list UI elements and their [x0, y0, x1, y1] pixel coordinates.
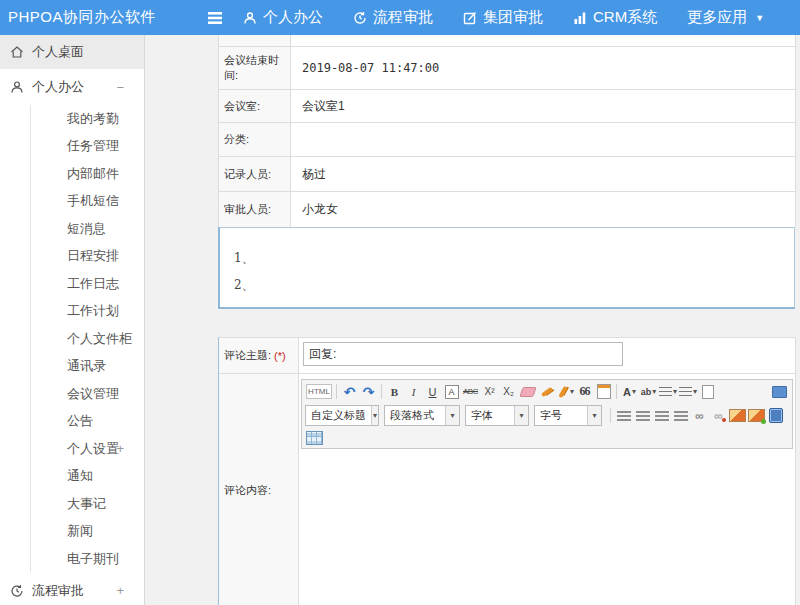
sidebar-item-workflow-approval[interactable]: 流程审批 +	[0, 573, 144, 605]
note-line: 1、	[234, 250, 794, 267]
table-row-meeting-room: 会议室: 会议室1	[219, 90, 795, 123]
sidebar-item-schedule[interactable]: 日程安排	[0, 243, 144, 271]
sidebar-item-announcement[interactable]: 公告	[0, 408, 144, 436]
italic-button[interactable]: I	[405, 383, 422, 400]
row-label-cell	[219, 35, 291, 46]
sidebar-item-personal-settings[interactable]: 个人设置+	[0, 435, 144, 463]
auto-typeset-button[interactable]	[538, 383, 555, 400]
home-icon	[10, 45, 24, 59]
align-right-button[interactable]	[653, 407, 670, 424]
nav-item-personal-office[interactable]: 个人办公	[228, 0, 338, 35]
caret-down-icon: ▾	[570, 387, 574, 396]
font-color-button[interactable]: A▾	[621, 383, 638, 400]
history-clock-icon	[353, 11, 367, 25]
dropdown-value: 段落格式	[385, 408, 439, 423]
caret-down-icon: ▾	[587, 406, 601, 425]
align-justify-button[interactable]	[672, 407, 689, 424]
format-eraser-button[interactable]	[519, 383, 536, 400]
app-logo: PHPOA协同办公软件	[0, 8, 190, 27]
underline-button[interactable]: U	[424, 383, 441, 400]
hamburger-menu-icon[interactable]	[202, 11, 228, 25]
meeting-notes-box: 1、 2、	[218, 227, 795, 309]
char-border-button[interactable]: A	[443, 383, 460, 400]
paste-from-word-button[interactable]	[595, 383, 612, 400]
undo-icon[interactable]: ↶	[341, 383, 358, 400]
insert-table-button[interactable]	[306, 430, 323, 447]
sidebar-item-personal-desktop[interactable]: 个人桌面	[0, 35, 144, 69]
sidebar-item-mobile-sms[interactable]: 手机短信	[0, 188, 144, 216]
collapse-toggle[interactable]: −	[116, 80, 124, 95]
highlight-glyph: ab	[641, 387, 652, 397]
align-center-button[interactable]	[634, 407, 651, 424]
nav-label: 集团审批	[483, 8, 543, 27]
redo-icon[interactable]: ↷	[360, 383, 377, 400]
caret-down-icon: ▾	[514, 406, 528, 425]
sidebar-item-task-management[interactable]: 任务管理	[0, 133, 144, 161]
expand-toggle[interactable]: +	[116, 441, 124, 456]
subscript-button[interactable]: X₂	[500, 383, 517, 400]
row-value: 会议室1	[291, 90, 795, 122]
paragraph-format-dropdown[interactable]: 段落格式▾	[384, 405, 460, 426]
comment-subject-label-cell: 评论主题: (*)	[219, 338, 299, 373]
sidebar-item-short-message[interactable]: 短消息	[0, 215, 144, 243]
row-label: 记录人员:	[219, 157, 291, 191]
ordered-list-button[interactable]: ▾	[659, 383, 677, 400]
sidebar-item-personal-files[interactable]: 个人文件柜	[0, 325, 144, 353]
note-line: 2、	[234, 277, 794, 294]
sidebar-label: 手机短信	[67, 192, 119, 210]
dropdown-value: 字体	[466, 408, 498, 423]
sidebar-label: 任务管理	[67, 137, 119, 155]
toolbar-separator	[336, 384, 337, 399]
main-content: 会议结束时间: 2019-08-07 11:47:00 会议室: 会议室1 分类…	[145, 35, 800, 605]
sidebar-item-personal-office[interactable]: 个人办公 −	[0, 69, 144, 105]
history-clock-icon	[10, 584, 24, 598]
sidebar-item-work-plan[interactable]: 工作计划	[0, 298, 144, 326]
caret-down-icon: ▼	[755, 13, 764, 23]
nav-item-workflow-approval[interactable]: 流程审批	[338, 0, 448, 35]
font-size-dropdown[interactable]: 字号▾	[534, 405, 602, 426]
comment-subject-input[interactable]	[303, 342, 623, 366]
sidebar-item-internal-mail[interactable]: 内部邮件	[0, 160, 144, 188]
expand-toggle[interactable]: +	[116, 583, 124, 598]
remove-link-button[interactable]: ∞	[710, 407, 727, 424]
insert-media-button[interactable]	[767, 407, 784, 424]
row-label: 审批人员:	[219, 192, 291, 227]
editor-content-area[interactable]	[299, 449, 795, 605]
char-border-glyph: A	[445, 385, 459, 399]
html-source-button[interactable]: HTML	[306, 384, 332, 399]
blockquote-button[interactable]: 66	[576, 383, 593, 400]
nav-item-more-apps[interactable]: 更多应用 ▼	[672, 0, 779, 35]
align-left-button[interactable]	[615, 407, 632, 424]
fullscreen-button[interactable]	[771, 383, 788, 400]
insert-image-button[interactable]	[729, 407, 746, 424]
monitor-icon	[772, 386, 787, 398]
unordered-list-icon	[679, 387, 692, 397]
sidebar-item-work-log[interactable]: 工作日志	[0, 270, 144, 298]
sidebar-item-notice[interactable]: 通知	[0, 463, 144, 491]
sidebar-item-meeting-management[interactable]: 会议管理	[0, 380, 144, 408]
nav-item-group-approval[interactable]: 集团审批	[448, 0, 558, 35]
dropdown-value: 字号	[535, 408, 567, 423]
nav-item-crm-system[interactable]: CRM系统	[558, 0, 672, 35]
new-page-button[interactable]	[699, 383, 716, 400]
upload-image-button[interactable]	[748, 407, 765, 424]
font-family-dropdown[interactable]: 字体▾	[465, 405, 529, 426]
clipboard-icon	[597, 384, 611, 399]
strikethrough-button[interactable]: ABC	[462, 383, 479, 400]
required-asterisk: (*)	[274, 350, 286, 362]
superscript-button[interactable]: X²	[481, 383, 498, 400]
bold-button[interactable]: B	[386, 383, 403, 400]
custom-heading-dropdown[interactable]: 自定义标题▾	[305, 405, 379, 426]
highlight-color-button[interactable]: ab▾	[640, 383, 657, 400]
sidebar-item-news[interactable]: 新闻	[0, 518, 144, 546]
table-row-category: 分类:	[219, 123, 795, 157]
unordered-list-button[interactable]: ▾	[679, 383, 697, 400]
sidebar-item-my-attendance[interactable]: 我的考勤	[0, 105, 144, 133]
table-row-recorder: 记录人员: 杨过	[219, 157, 795, 192]
row-label: 会议室:	[219, 90, 291, 122]
sidebar-item-major-events[interactable]: 大事记	[0, 490, 144, 518]
format-painter-button[interactable]: ▾	[557, 383, 574, 400]
insert-link-button[interactable]: ∞	[691, 407, 708, 424]
sidebar-item-e-journal[interactable]: 电子期刊	[0, 545, 144, 573]
sidebar-item-contacts[interactable]: 通讯录	[0, 353, 144, 381]
